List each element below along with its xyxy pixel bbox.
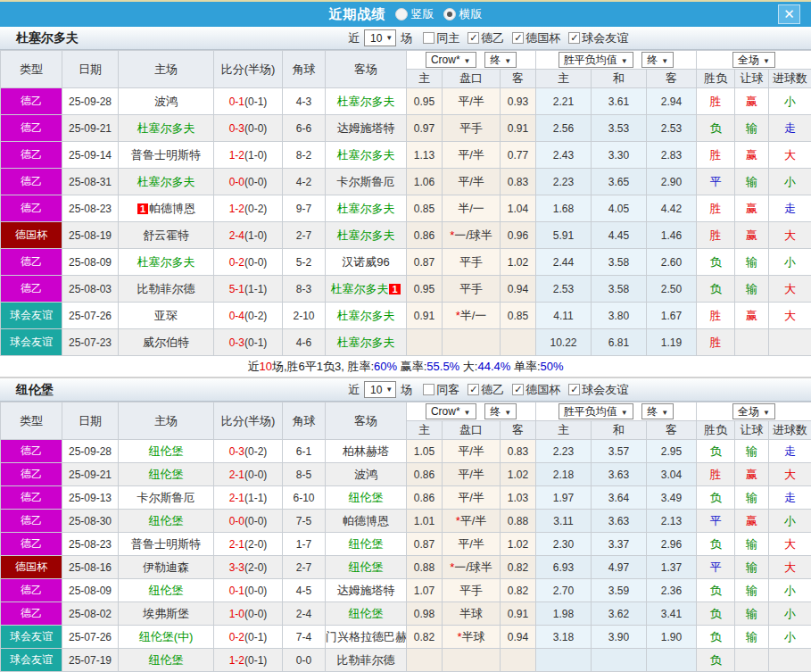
- scope-select[interactable]: 全场▼: [732, 52, 775, 68]
- result-handicap-cell: 赢: [735, 222, 769, 249]
- corner-cell: 2-7: [283, 222, 326, 249]
- odds-away-cell: 0.83: [501, 169, 536, 195]
- fulltime-score: 0-1: [229, 95, 244, 108]
- radio-vertical-layout[interactable]: [395, 8, 408, 21]
- team-label: 普鲁士明斯特: [131, 537, 201, 551]
- team-label: 汉诺威96: [342, 255, 389, 269]
- avg-draw-cell: 3.90: [592, 626, 647, 649]
- league-checkbox-2[interactable]: ✓: [568, 384, 580, 395]
- result-goals-cell: 小: [769, 579, 811, 602]
- match-count-select[interactable]: 10▼: [364, 381, 396, 398]
- odds-company-select[interactable]: Crow*▼: [426, 52, 476, 68]
- odds-away-cell: 0.96: [501, 222, 536, 249]
- home-team-cell: 普鲁士明斯特: [119, 142, 214, 169]
- avg-final-select[interactable]: 终▼: [641, 52, 674, 68]
- avg-odds-select[interactable]: 胜平负均值▼: [559, 52, 633, 68]
- result-label: 小: [784, 584, 796, 597]
- scope-select[interactable]: 全场▼: [732, 403, 775, 419]
- avg-draw-cell: 3.59: [592, 579, 647, 602]
- avg-home-cell: 2.23: [536, 440, 592, 463]
- match-row: 德乙25-08-231帕德博恩1-2(0-2)9-7杜塞尔多夫0.85半/一1.…: [1, 195, 811, 222]
- score-cell: 0-0(0-0): [214, 510, 283, 533]
- match-count-select[interactable]: 10▼: [364, 29, 396, 46]
- handicap-cell: [443, 649, 501, 672]
- summary-segment: 近: [247, 360, 259, 373]
- date-cell: 25-07-26: [62, 626, 119, 649]
- section-header: 杜塞尔多夫 近10▼场同主✓德乙✓德国杯✓球会友谊: [0, 27, 811, 50]
- odds-company-select[interactable]: Crow*▼: [426, 403, 476, 419]
- sub-header-avg-away: 客: [647, 70, 697, 88]
- result-handicap-cell: 输: [735, 556, 769, 579]
- odds-final-select[interactable]: 终▼: [484, 52, 517, 68]
- date-cell: 25-08-31: [62, 169, 119, 195]
- result-handicap-cell: 输: [735, 115, 769, 142]
- league-checkbox-1[interactable]: ✓: [512, 384, 524, 395]
- odds-home-cell: 1.01: [407, 510, 443, 533]
- filters-bar: 近10▼场同客✓德乙✓德国杯✓球会友谊: [348, 381, 628, 398]
- result-wdl-cell: 平: [697, 556, 735, 579]
- avg-draw-cell: 3.80: [592, 303, 647, 329]
- summary-segment: 大:: [459, 360, 477, 373]
- corner-cell: 2-7: [283, 556, 326, 579]
- avg-draw-cell: 3.61: [592, 88, 647, 115]
- sub-header-avg-home: 主: [536, 70, 592, 88]
- fulltime-score: 0-3: [229, 336, 244, 349]
- chevron-down-icon: ▼: [464, 57, 471, 65]
- result-label: 负: [710, 282, 722, 295]
- league-checkbox-label: 球会友谊: [582, 382, 628, 398]
- close-icon[interactable]: ✕: [778, 4, 800, 24]
- avg-draw-cell: 4.05: [592, 195, 647, 222]
- team-label: 纽伦堡: [149, 584, 184, 597]
- odds-final-select[interactable]: 终▼: [484, 403, 517, 419]
- result-label: 胜: [710, 202, 722, 215]
- avg-final-select[interactable]: 终▼: [641, 403, 674, 419]
- date-cell: 25-09-28: [62, 440, 119, 463]
- league-checkbox-2[interactable]: ✓: [568, 32, 580, 44]
- result-label: 赢: [746, 468, 757, 481]
- summary-segment: 44.4%: [477, 360, 510, 373]
- avg-odds-select[interactable]: 胜平负均值▼: [559, 403, 633, 419]
- result-label: 大: [784, 148, 796, 162]
- result-goals-cell: 小: [769, 169, 811, 195]
- col-header-type: 类型: [1, 402, 62, 440]
- odds-away-cell: 0.88: [501, 510, 536, 533]
- result-label: 大: [784, 309, 796, 322]
- same-venue-checkbox[interactable]: [423, 32, 434, 44]
- result-handicap-cell: 输: [735, 169, 769, 195]
- result-goals-cell: [769, 649, 811, 672]
- result-wdl-cell: 平: [697, 510, 735, 533]
- handicap-label: 半/一: [458, 202, 484, 215]
- avg-home-cell: 3.11: [536, 510, 592, 533]
- home-team-cell: 伊勒迪森: [119, 556, 214, 579]
- league-checkbox-1[interactable]: ✓: [512, 32, 524, 44]
- same-venue-checkbox[interactable]: [423, 384, 434, 395]
- card-badge: 1: [389, 284, 400, 295]
- date-cell: 25-08-09: [62, 579, 119, 602]
- result-wdl-cell: 胜: [697, 463, 735, 486]
- handicap-cell: 平/半: [443, 486, 501, 510]
- sub-header-handicap-result: 让球: [735, 421, 769, 440]
- result-label: 输: [746, 444, 757, 458]
- league-checkbox-0[interactable]: ✓: [468, 32, 479, 44]
- avg-group-header: 胜平负均值▼ 终▼: [536, 51, 697, 70]
- avg-away-cell: 2.53: [647, 115, 697, 142]
- result-label: 小: [784, 95, 796, 108]
- odds-away-cell: 0.83: [501, 440, 536, 463]
- odds-away-cell: 1.03: [501, 486, 536, 510]
- result-goals-cell: 走: [769, 486, 811, 510]
- result-label: 输: [746, 630, 757, 643]
- avg-draw-cell: 6.81: [592, 329, 647, 356]
- odds-home-cell: 1.07: [407, 579, 443, 602]
- result-wdl-cell: 胜: [697, 195, 735, 222]
- radio-horizontal-layout[interactable]: [443, 8, 456, 21]
- odds-home-cell: [407, 649, 443, 672]
- league-checkbox-0[interactable]: ✓: [468, 384, 479, 395]
- odds-away-cell: 0.91: [501, 602, 536, 626]
- odds-home-cell: 1.06: [407, 169, 443, 195]
- team-section-away: 纽伦堡 近10▼场同客✓德乙✓德国杯✓球会友谊 类型 日期 主场 比分(半场) …: [0, 378, 811, 672]
- chevron-down-icon: ▼: [621, 409, 628, 417]
- fulltime-score: 0-1: [229, 585, 244, 597]
- avg-draw-cell: 3.58: [592, 249, 647, 276]
- fulltime-score: 0-2: [229, 631, 244, 643]
- odds-home-cell: 0.95: [407, 88, 443, 115]
